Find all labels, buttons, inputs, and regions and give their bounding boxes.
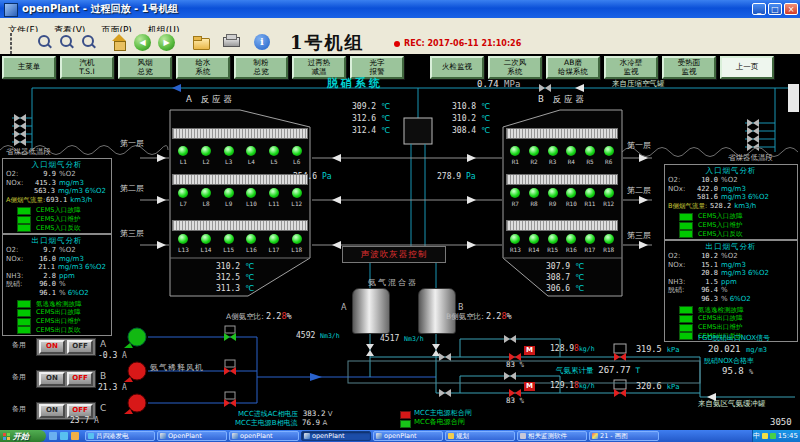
mcc-legend1: MCC主电源柜合闸: [414, 410, 472, 418]
tray-icon[interactable]: [770, 433, 776, 439]
mcc-backup-status-square: [400, 420, 411, 428]
motor-valve-b-icon[interactable]: M: [524, 382, 535, 391]
layer-lamp-indicator: [178, 234, 188, 244]
mcc-legend2: MCC备电源合闸: [414, 419, 465, 427]
layer-lamp-indicator: [224, 146, 234, 156]
fan-a-onoff[interactable]: ONOFF: [36, 338, 96, 356]
line1-flow: 128.98: [550, 344, 579, 353]
layer-lamp-indicator: [292, 188, 302, 198]
taskbar-task[interactable]: OpenPlant: [157, 431, 227, 441]
cems-status: 氨逃逸检测故障: [665, 306, 797, 315]
layer-lamp-indicator: [201, 188, 211, 198]
valve-a-position: 83: [506, 360, 515, 369]
cems-status: CEMS入口维护: [665, 221, 797, 230]
cems-status: 氨逃逸检测故障: [3, 300, 111, 309]
layer-lamp-indicator: [604, 188, 614, 198]
mixer-tank-a: [352, 288, 390, 334]
layer-lamp-indicator: [246, 146, 256, 156]
layer-lamp-indicator: [292, 146, 302, 156]
taskbar: 开始 吕四港发电 OpenPlant openPlant openPlant: [0, 430, 800, 442]
catalyst-layer: [506, 220, 618, 231]
layer-lamp-indicator: [510, 188, 520, 198]
task-icon: [592, 433, 598, 439]
standby-label: 备用: [12, 406, 26, 414]
cems-status: CEMS出口维护: [665, 323, 797, 332]
economizer-label-right: 省煤器低温段: [728, 154, 773, 162]
reactor-b-outlet-temps: 307.9 ℃308.7 ℃306.6 ℃: [546, 263, 584, 296]
layer-lamp-indicator: [566, 188, 576, 198]
taskbar-task[interactable]: openPlant: [229, 431, 299, 441]
line2-pressure: 320.6: [636, 381, 662, 391]
cems-status: CEMS入口故障: [665, 212, 797, 221]
cems-a-inlet-panel: 入口烟气分析 O2:9.9%O2 NOx:415.3mg/m3 563.3mg/…: [2, 158, 112, 234]
fgd-rate-label: 脱硝NOX合格率: [704, 358, 754, 366]
fan-a-current: -0.3: [98, 351, 117, 360]
layer-lamp-indicator: [604, 234, 614, 244]
layer-lamp-indicator: [529, 146, 539, 156]
task-icon: [160, 433, 166, 439]
layer-lamp-indicator: [585, 188, 595, 198]
start-button[interactable]: 开始: [0, 430, 46, 442]
taskbar-task[interactable]: 相关监测软件: [517, 431, 587, 441]
quick-launch-ie-icon[interactable]: [60, 432, 68, 440]
sootblower-control-button[interactable]: 声波吹灰器控制: [342, 246, 446, 263]
line2-flow: 129.18: [550, 381, 579, 390]
layer-lamp-indicator: [604, 146, 614, 156]
layer-lamp-indicator: [566, 146, 576, 156]
catalyst-layer: [172, 128, 308, 139]
reactor-b-dp: 278.9: [437, 172, 461, 181]
quick-launch-desktop-icon[interactable]: [49, 432, 57, 440]
layer-labels-left: 第一层第二层第三层: [120, 140, 144, 275]
catalyst-layer: [172, 220, 308, 231]
lamp-row-b2: R7R8R9R10R11R12: [506, 188, 618, 207]
economizer-label-left: 省煤器低温段: [6, 148, 51, 156]
mcc-main-status-square: [400, 411, 411, 419]
reactor-a-inlet-temps: 309.2 ℃312.6 ℃312.4 ℃: [352, 103, 390, 139]
mixer-flow-b: 4517: [380, 334, 399, 343]
input-language-indicator[interactable]: 中: [753, 431, 760, 441]
reactor-a-outlet-temps: 310.2 ℃312.5 ℃311.3 ℃: [216, 263, 254, 296]
cems-status: CEMS入口维护: [3, 215, 111, 224]
taskbar-task[interactable]: 规划: [445, 431, 515, 441]
layer-lamp-indicator: [201, 234, 211, 244]
cems-status: CEMS出口故障: [3, 308, 111, 317]
lamp-row-a3: L13L14L15L16L17L18: [172, 234, 308, 253]
standby-label: 备用: [12, 342, 26, 350]
motor-valve-a-icon[interactable]: M: [524, 346, 535, 355]
taskbar-task[interactable]: 21 - 画图: [589, 431, 659, 441]
layer-lamp-indicator: [548, 146, 558, 156]
mcc-row2-label: MCC主电源B相电流: [235, 419, 298, 427]
clock: 15:45: [778, 432, 798, 440]
taskbar-task[interactable]: openPlant: [373, 431, 443, 441]
standby-label: 备用: [12, 374, 26, 382]
reactor-b-inlet-temps: 310.8 ℃310.2 ℃308.4 ℃: [452, 103, 490, 139]
layer-lamp-indicator: [548, 188, 558, 198]
lamp-row-a1: L1L2L3L4L5L6: [172, 146, 308, 165]
layer-lamp-indicator: [585, 146, 595, 156]
layer-lamp-indicator: [269, 146, 279, 156]
layer-lamp-indicator: [178, 188, 188, 198]
system-tray: 中 15:45: [752, 430, 800, 442]
process-title: 脱硝系统: [327, 78, 383, 90]
taskbar-task[interactable]: 吕四港发电: [85, 431, 155, 441]
cems-status: CEMS入口反吹: [665, 230, 797, 239]
mixer-label: 氨气混合器: [368, 279, 418, 288]
ratio-b-value: 2.28%: [486, 311, 512, 321]
taskbar-task[interactable]: openPlant: [301, 431, 371, 441]
air-source-label: 来自压缩空气罐: [612, 80, 665, 88]
tray-icon[interactable]: [762, 433, 768, 439]
cems-status: CEMS入口反吹: [3, 224, 111, 233]
catalyst-layer: [172, 174, 308, 185]
fan-a-id: A: [100, 340, 106, 350]
layer-labels-right: 第一层第二层第三层: [627, 142, 651, 277]
task-icon: [448, 433, 454, 439]
quick-launch-folder-icon[interactable]: [71, 432, 79, 440]
tank-a-label: A: [341, 304, 346, 313]
task-icon: [88, 433, 94, 439]
layer-lamp-indicator: [566, 234, 576, 244]
layer-lamp-indicator: [292, 234, 302, 244]
cems-a-outlet-panel: 出口烟气分析 O2:9.7%O2 NOx:16.0mg/m3 21.1mg/m3…: [2, 234, 112, 336]
line1-pressure: 319.5: [636, 344, 662, 354]
fan-b-onoff[interactable]: ONOFF: [36, 370, 96, 388]
task-icon: [232, 433, 238, 439]
